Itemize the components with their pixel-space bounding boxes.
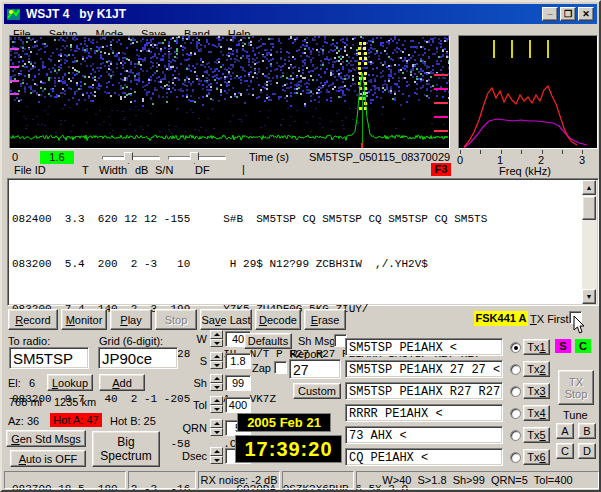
decode-line: 082400 3.3 620 12 12 -155 S#B SM5TSP CQ …: [12, 212, 596, 227]
tx4-button[interactable]: Tx4: [523, 405, 550, 421]
tx6-message-input[interactable]: CQ PE1AHX <: [345, 448, 503, 466]
wsjt-window: WSJT 4 by K1JT _ ❒ ✕ File Setup Mode Sav…: [0, 0, 601, 492]
tune-label: Tune: [563, 409, 588, 421]
spectrum-canvas[interactable]: [459, 36, 597, 148]
param-dsec-label: Dsec: [177, 450, 207, 462]
sh-msg-label: Sh Msg: [298, 335, 335, 347]
big-spectrum-button[interactable]: Big Spectrum: [92, 431, 160, 467]
s-indicator: S: [555, 339, 571, 353]
status-panel-4: [282, 471, 354, 489]
tune-c-button[interactable]: C: [556, 443, 574, 459]
scrollbar-thumb[interactable]: [582, 196, 596, 220]
param-tol-spinner[interactable]: [210, 396, 223, 413]
tune-d-button[interactable]: D: [578, 443, 596, 459]
tx3-button[interactable]: Tx3: [523, 383, 550, 399]
tx2-message-input[interactable]: SM5TSP PE1AHX 27 27 <: [345, 360, 503, 378]
tx5-radio[interactable]: [510, 430, 521, 441]
slider-thumb-1[interactable]: [124, 152, 133, 164]
tx3-message-input[interactable]: SM5TSP PE1AHX R27 R27: [345, 382, 503, 400]
time-axis-end: 29: [438, 151, 450, 163]
tx4-message-input[interactable]: RRRR PE1AHX <: [345, 404, 503, 422]
zap-label: Zap: [252, 362, 271, 374]
mode-indicator: FSK441 A: [474, 311, 528, 326]
scroll-up-icon[interactable]: ▲: [582, 180, 596, 195]
report-input[interactable]: 27: [289, 359, 341, 379]
close-button[interactable]: ✕: [578, 7, 594, 21]
grid-input[interactable]: JP90ce: [98, 347, 178, 369]
save-last-button[interactable]: Save Last: [200, 309, 252, 330]
tx4-radio[interactable]: [510, 408, 521, 419]
tx1-radio[interactable]: [510, 342, 521, 353]
lookup-button[interactable]: Lookup: [47, 374, 93, 391]
minimize-button[interactable]: _: [542, 7, 558, 21]
waterfall-canvas[interactable]: [10, 36, 449, 148]
play-button[interactable]: Play: [110, 309, 152, 330]
scroll-down-icon[interactable]: ▼: [582, 289, 596, 304]
add-button[interactable]: Add: [99, 374, 145, 391]
tx3-radio[interactable]: [510, 386, 521, 397]
status-bar: RX noise: -2 dB W>40 S>1.8 Sh>99 QRN=5 T…: [4, 471, 599, 491]
window-title: WSJT 4 by K1JT: [26, 7, 540, 21]
time-display: 17:39:20: [235, 435, 342, 463]
auto-button[interactable]: Auto is OFF: [10, 450, 86, 467]
stop-button[interactable]: Stop: [155, 309, 197, 330]
param-qrn-label: QRN: [177, 422, 207, 434]
tx-stop-button[interactable]: TX Stop: [558, 370, 594, 405]
tx2-radio[interactable]: [510, 364, 521, 375]
zap-checkbox[interactable]: [274, 361, 287, 374]
decode-button[interactable]: Decode: [255, 309, 301, 330]
title-bar[interactable]: WSJT 4 by K1JT _ ❒ ✕: [4, 4, 597, 24]
maximize-button[interactable]: ❒: [560, 7, 576, 21]
param-w-spinner[interactable]: [210, 330, 223, 347]
tx1-message-input[interactable]: SM5TSP PE1AHX <: [345, 338, 503, 356]
param-sh-value[interactable]: 99: [225, 375, 251, 391]
c-indicator: C: [575, 339, 591, 353]
param-s-value[interactable]: 1.8: [225, 353, 251, 369]
slider-thumb-2[interactable]: [190, 152, 199, 164]
azimuth-value: Az: 36: [8, 415, 39, 427]
monitor-button[interactable]: Monitor: [61, 309, 107, 330]
param-dsec-spinner[interactable]: [210, 447, 223, 464]
param-sh-spinner[interactable]: [210, 374, 223, 391]
defaults-button[interactable]: Defaults: [244, 333, 292, 349]
tx2-button[interactable]: Tx2: [523, 361, 550, 377]
to-radio-input[interactable]: SM5TSP: [9, 347, 89, 369]
tx5-button[interactable]: Tx5: [523, 427, 550, 443]
tune-a-button[interactable]: A: [556, 423, 574, 439]
record-button[interactable]: Record: [8, 309, 58, 330]
tx5-message-input[interactable]: 73 AHX <: [345, 426, 503, 444]
tx6-button[interactable]: Tx6: [523, 449, 550, 465]
mouse-cursor: [573, 315, 586, 334]
col-t: T: [82, 164, 89, 176]
rx-noise-status: RX noise: -2 dB: [198, 471, 280, 489]
status-panel-2: [128, 471, 196, 489]
tx6-radio[interactable]: [510, 452, 521, 463]
time-axis-start: 0: [12, 151, 18, 163]
tune-b-button[interactable]: B: [578, 423, 596, 439]
param-s-spinner[interactable]: [210, 352, 223, 369]
param-qrn-spinner[interactable]: [210, 419, 223, 436]
time-axis-label: Time (s): [249, 151, 289, 163]
freq-axis-label: Freq (kHz): [499, 165, 551, 177]
el-label: El:: [8, 377, 21, 389]
param-w-label: W: [177, 333, 207, 345]
col-df: DF: [195, 164, 210, 176]
scrollbar[interactable]: ▲ ▼: [582, 180, 597, 304]
app-icon: [7, 7, 22, 22]
custom-button[interactable]: Custom: [293, 383, 341, 399]
tx-first-label: TX First: [530, 313, 569, 325]
erase-button[interactable]: Erase: [304, 309, 346, 330]
tx1-button[interactable]: Tx1: [523, 339, 550, 355]
param-tol-value[interactable]: 400: [225, 397, 251, 413]
decode-text-area[interactable]: 082400 3.3 620 12 12 -155 S#B SM5TSP CQ …: [7, 178, 599, 306]
el-value: 6: [29, 377, 35, 389]
freq-axis-ticks: [460, 150, 588, 154]
freq-tick-3: 3: [579, 154, 585, 166]
gen-std-msgs-button[interactable]: Gen Std Msgs: [6, 430, 86, 447]
grid-label: Grid (6-digit):: [99, 335, 163, 347]
param-s-label: S: [177, 355, 207, 367]
decode-line: 083200 5.4 200 2 -3 10 H 29$ N12?99 ZCBH…: [12, 257, 596, 272]
status-panel-1: [4, 471, 126, 489]
param-tol-label: Tol: [177, 399, 207, 411]
f3-indicator: F3: [431, 163, 451, 176]
